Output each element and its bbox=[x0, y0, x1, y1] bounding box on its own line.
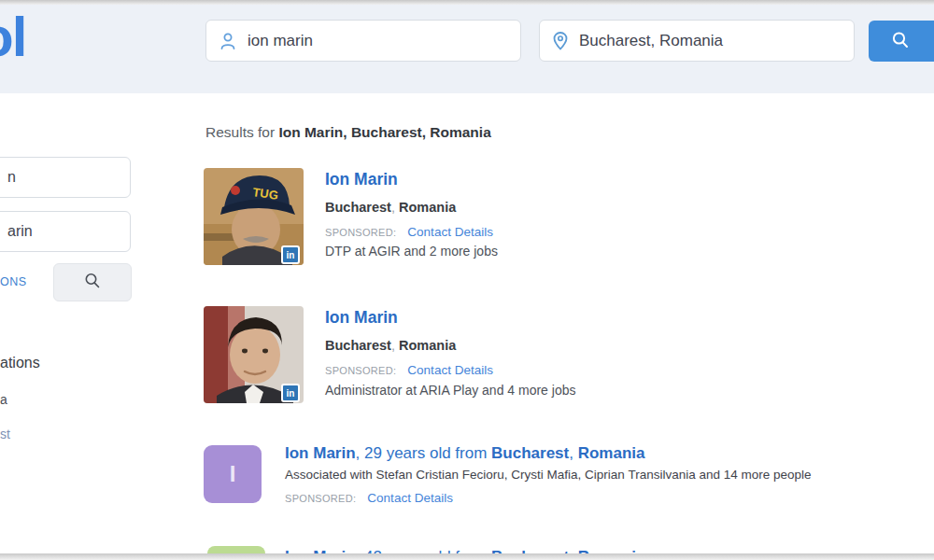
page: ol ion marin Bucharest, Romania bbox=[0, 0, 934, 560]
results-query: Ion Marin, Bucharest, Romania bbox=[278, 124, 490, 140]
result-avatar[interactable]: I bbox=[204, 445, 262, 503]
result-associated: Associated with Stefan Cristian Fecioru,… bbox=[285, 468, 812, 482]
sidebar-more-options-link[interactable]: ONS bbox=[0, 275, 27, 288]
sponsored-label: SPONSORED: bbox=[325, 365, 396, 376]
header-name-input[interactable]: ion marin bbox=[205, 20, 521, 62]
search-icon bbox=[82, 271, 103, 294]
header-location-input[interactable]: Bucharest, Romania bbox=[539, 20, 855, 62]
sidebar-lastname-value: arin bbox=[0, 223, 33, 240]
search-icon bbox=[889, 29, 912, 54]
result-detail: DTP at AGIR and 2 more jobs bbox=[325, 244, 498, 259]
result-name-link[interactable]: Ion Marin bbox=[325, 170, 398, 189]
result-sponsored-row: SPONSORED:Contact Details bbox=[325, 223, 493, 240]
results-header: Results for Ion Marin, Bucharest, Romani… bbox=[205, 124, 491, 141]
sidebar-lastname-input[interactable]: arin bbox=[0, 211, 131, 252]
header-location-value: Bucharest, Romania bbox=[579, 32, 723, 50]
result-name-link[interactable]: Ion Marin bbox=[325, 308, 398, 328]
sidebar-location-item-link[interactable]: st bbox=[0, 427, 10, 441]
window-bottom-edge bbox=[0, 553, 934, 560]
sidebar-firstname-value: n bbox=[0, 169, 16, 186]
sidebar-search-button[interactable] bbox=[53, 263, 132, 301]
header: ol ion marin Bucharest, Romania bbox=[0, 5, 934, 93]
result-sponsored-row: SPONSORED:Contact Details bbox=[285, 489, 453, 506]
person-icon bbox=[219, 31, 237, 50]
site-logo[interactable]: ol bbox=[0, 5, 25, 69]
sponsored-label: SPONSORED: bbox=[285, 493, 356, 504]
result-location: Bucharest, Romania bbox=[325, 338, 456, 353]
result-detail: Administrator at ARIA Play and 4 more jo… bbox=[325, 383, 575, 398]
result-sponsored-row: SPONSORED:Contact Details bbox=[325, 361, 493, 378]
header-name-value: ion marin bbox=[248, 32, 313, 50]
sponsored-label: SPONSORED: bbox=[325, 227, 396, 238]
linkedin-badge-icon[interactable]: in bbox=[281, 245, 300, 264]
location-pin-icon bbox=[552, 31, 569, 51]
result-title[interactable]: Ion Marin, 29 years old from Bucharest, … bbox=[285, 444, 644, 463]
contact-details-link[interactable]: Contact Details bbox=[367, 491, 453, 505]
search-button[interactable] bbox=[869, 21, 934, 62]
contact-details-link[interactable]: Contact Details bbox=[407, 225, 493, 239]
linkedin-badge-icon[interactable]: in bbox=[281, 384, 300, 402]
sidebar-location-item[interactable]: a bbox=[0, 392, 7, 407]
sidebar-firstname-input[interactable]: n bbox=[0, 157, 131, 198]
contact-details-link[interactable]: Contact Details bbox=[407, 363, 493, 377]
sidebar-locations-header: ations bbox=[0, 355, 40, 371]
result-avatar[interactable] bbox=[207, 546, 265, 553]
result-location: Bucharest, Romania bbox=[325, 200, 456, 215]
